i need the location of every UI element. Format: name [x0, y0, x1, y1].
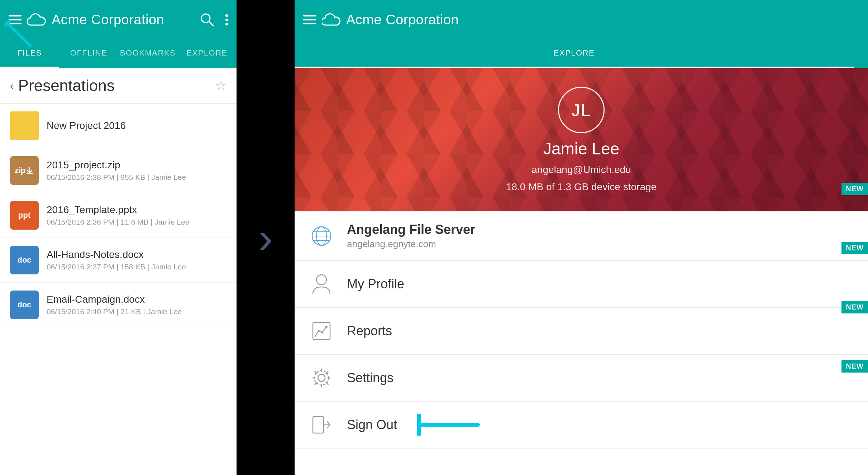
avatar: JL: [558, 87, 605, 133]
zip-icon: zip: [10, 156, 39, 185]
list-item[interactable]: zip 2015_project.zip 06/15/2016 2:38 PM …: [0, 148, 237, 193]
chevron-right-icon: ›: [258, 213, 273, 262]
file-name: Email-Campaign.docx: [47, 294, 226, 305]
menu-sublabel-file-server: angelang.egnyte.com: [347, 239, 475, 250]
file-info: Email-Campaign.docx 06/15/2016 2:40 PM |…: [47, 294, 226, 316]
menu-item-settings[interactable]: Settings: [295, 355, 868, 402]
file-info: All-Hands-Notes.docx 06/15/2016 2:37 PM …: [47, 249, 226, 271]
ppt-icon: ppt: [10, 201, 39, 230]
menu-item-sign-out[interactable]: Sign Out: [295, 402, 868, 448]
more-options-icon[interactable]: [225, 14, 228, 25]
file-info: 2015_project.zip 06/15/2016 2:38 PM | 95…: [47, 159, 226, 182]
menu-item-file-server[interactable]: Angelang File Server angelang.egnyte.com: [295, 211, 868, 261]
menu-item-my-profile[interactable]: My Profile: [295, 261, 868, 308]
menu-label-reports: Reports: [347, 323, 392, 339]
menu-list: Angelang File Server angelang.egnyte.com…: [295, 211, 868, 475]
breadcrumb-title: Presentations: [18, 77, 211, 95]
right-tab-explore[interactable]: EXPLORE: [295, 39, 854, 68]
file-name: New Project 2016: [47, 120, 226, 131]
avatar-initials: JL: [572, 100, 591, 120]
svg-point-13: [321, 331, 323, 334]
right-hamburger-icon[interactable]: [303, 15, 316, 24]
person-icon: [309, 272, 334, 297]
file-meta: 06/15/2016 2:40 PM | 21 KB | Jamie Lee: [47, 307, 226, 316]
menu-label-my-profile: My Profile: [347, 277, 404, 292]
file-name: 2016_Template.pptx: [47, 204, 226, 216]
signout-icon: [309, 412, 334, 437]
search-icon[interactable]: [200, 13, 214, 27]
svg-rect-11: [313, 322, 330, 340]
back-icon[interactable]: ‹: [10, 79, 14, 92]
svg-rect-17: [313, 417, 324, 433]
svg-point-10: [316, 275, 326, 285]
menu-label-settings: Settings: [347, 370, 394, 385]
doc-icon: doc: [10, 246, 39, 274]
profile-header: JL Jamie Lee angelang@Umich.edu 18.0 MB …: [295, 68, 868, 211]
list-item[interactable]: doc Email-Campaign.docx 06/15/2016 2:40 …: [0, 283, 237, 327]
file-info: New Project 2016: [47, 120, 226, 131]
folder-icon: [10, 111, 39, 140]
new-badge: NEW: [841, 242, 868, 254]
new-badges-column: NEW NEW NEW NEW: [841, 183, 868, 419]
tab-offline[interactable]: OFFLINE: [59, 39, 118, 68]
tab-bookmarks[interactable]: BOOKMARKS: [118, 39, 177, 68]
list-item[interactable]: ppt 2016_Template.pptx 06/15/2016 2:36 P…: [0, 193, 237, 238]
menu-label-file-server: Angelang File Server: [347, 222, 475, 237]
globe-icon: [309, 224, 334, 249]
right-panel-wrapper: Acme Corporation EXPLORE JL Jamie Lee an…: [295, 0, 868, 475]
right-header-title: Acme Corporation: [346, 12, 859, 28]
left-header: Acme Corporation: [0, 0, 237, 39]
svg-point-14: [325, 326, 328, 328]
menu-item-text: Angelang File Server angelang.egnyte.com: [347, 222, 475, 250]
chart-icon: [309, 318, 334, 344]
right-tab-bar: EXPLORE: [295, 39, 868, 68]
svg-point-12: [318, 330, 320, 332]
menu-item-reports[interactable]: Reports: [295, 308, 868, 355]
new-badge: NEW: [841, 183, 868, 195]
breadcrumb-row: ‹ Presentations ☆: [0, 68, 237, 104]
right-header: Acme Corporation: [295, 0, 868, 39]
file-name: All-Hands-Notes.docx: [47, 249, 226, 260]
file-meta: 06/15/2016 2:37 PM | 158 KB | Jamie Lee: [47, 263, 226, 271]
file-name: 2015_project.zip: [47, 159, 226, 171]
list-item[interactable]: New Project 2016: [0, 104, 237, 148]
teal-arrow-annotation: [5, 21, 34, 49]
favorite-star-icon[interactable]: ☆: [215, 78, 226, 93]
left-tab-bar: FILES OFFLINE BOOKMARKS EXPLORE: [0, 39, 237, 68]
file-meta: 06/15/2016 2:36 PM | 11.6 MB | Jamie Lee: [47, 218, 226, 226]
right-cloud-icon: [322, 13, 340, 27]
list-item[interactable]: doc All-Hands-Notes.docx 06/15/2016 2:37…: [0, 238, 237, 283]
profile-email: angelang@Umich.edu: [531, 164, 631, 176]
left-panel: Acme Corporation FILES OFFLINE BOO: [0, 0, 237, 475]
new-badge: NEW: [841, 360, 868, 373]
file-info: 2016_Template.pptx 06/15/2016 2:36 PM | …: [47, 204, 226, 226]
svg-line-1: [209, 21, 213, 26]
tab-explore[interactable]: EXPLORE: [177, 39, 237, 68]
gear-icon: [309, 365, 334, 390]
new-badge: NEW: [841, 301, 868, 313]
profile-storage: 18.0 MB of 1.3 GB device storage: [506, 181, 657, 193]
middle-divider: ›: [237, 0, 295, 475]
svg-line-4: [9, 24, 30, 46]
doc-icon: doc: [10, 291, 39, 319]
left-header-title: Acme Corporation: [52, 12, 195, 28]
profile-name: Jamie Lee: [543, 139, 619, 158]
file-meta: 06/15/2016 2:38 PM | 955 KB | Jamie Lee: [47, 173, 226, 182]
menu-label-sign-out: Sign Out: [347, 417, 397, 432]
cyan-arrow-annotation: [417, 414, 482, 436]
svg-point-15: [318, 374, 325, 382]
right-panel: Acme Corporation EXPLORE JL Jamie Lee an…: [295, 0, 868, 475]
file-list: New Project 2016 zip 2015_pr: [0, 104, 237, 475]
